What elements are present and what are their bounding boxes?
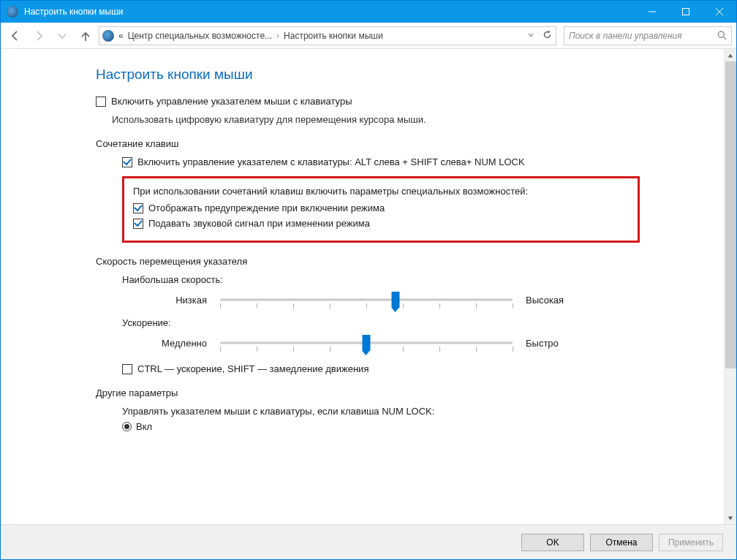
breadcrumb-item[interactable]: Центр специальных возможносте... (128, 31, 272, 41)
scroll-up-button[interactable] (725, 49, 736, 61)
top-speed-high-label: Высокая (526, 295, 589, 306)
enable-mouse-keys-checkbox[interactable] (96, 97, 106, 107)
maximize-button[interactable] (669, 1, 703, 23)
close-button[interactable] (703, 1, 736, 23)
top-speed-low-label: Низкая (144, 295, 207, 306)
up-button[interactable] (75, 26, 96, 46)
acceleration-slider[interactable] (220, 333, 513, 353)
ctrl-shift-modifier-checkbox[interactable] (122, 364, 132, 374)
forward-button[interactable] (29, 26, 49, 46)
search-placeholder: Поиск в панели управления (569, 31, 717, 41)
search-icon (717, 31, 727, 40)
acceleration-low-label: Медленно (144, 338, 207, 349)
play-sound-label: Подавать звуковой сигнал при изменении р… (148, 218, 370, 229)
shortcut-enable-checkbox[interactable] (122, 157, 132, 167)
minimize-button[interactable] (635, 1, 669, 23)
highlighted-box-description: При использовании сочетаний клавиш включ… (133, 186, 629, 197)
app-icon (7, 6, 18, 18)
apply-button[interactable]: Применить (659, 534, 723, 551)
scrollbar-thumb[interactable] (725, 61, 736, 368)
scroll-down-button[interactable] (725, 512, 736, 524)
group-other-label: Другие параметры (96, 387, 719, 398)
address-bar[interactable]: « Центр специальных возможносте... › Нас… (99, 26, 556, 45)
ok-button[interactable]: OK (521, 534, 584, 551)
vertical-scrollbar[interactable] (724, 49, 736, 524)
svg-marker-7 (728, 53, 733, 57)
svg-marker-8 (728, 516, 733, 520)
acceleration-high-label: Быстро (526, 338, 589, 349)
top-speed-label: Наибольшая скорость: (122, 274, 719, 285)
refresh-button[interactable] (541, 30, 553, 42)
acceleration-label: Ускорение: (122, 317, 719, 328)
breadcrumb-item[interactable]: Настроить кнопки мыши (284, 31, 383, 41)
top-speed-slider[interactable] (220, 290, 513, 310)
content-area: Настроить кнопки мыши Включить управлени… (1, 49, 736, 524)
back-button[interactable] (5, 26, 26, 46)
page-title: Настроить кнопки мыши (96, 67, 719, 83)
show-warning-label: Отображать предупреждение при включении … (148, 203, 385, 213)
window-titlebar: Настроить кнопки мыши (1, 1, 736, 23)
address-dropdown[interactable] (525, 31, 537, 41)
svg-point-5 (718, 31, 724, 37)
breadcrumb-prefix: « (118, 31, 124, 41)
svg-line-6 (724, 37, 726, 39)
show-warning-checkbox[interactable] (133, 203, 143, 213)
play-sound-checkbox[interactable] (133, 219, 143, 229)
group-shortcut-label: Сочетание клавиш (96, 138, 719, 149)
svg-rect-1 (683, 9, 689, 15)
recent-dropdown[interactable] (52, 26, 72, 46)
enable-mouse-keys-description: Использовать цифровую клавиатуру для пер… (112, 114, 719, 125)
group-speed-label: Скорость перемещения указателя (96, 256, 719, 267)
numlock-on-label: Вкл (136, 421, 152, 432)
numlock-on-radio[interactable] (122, 422, 132, 431)
navigation-bar: « Центр специальных возможносте... › Нас… (1, 23, 736, 49)
highlighted-options-box: При использовании сочетаний клавиш включ… (122, 176, 640, 243)
enable-mouse-keys-label: Включить управление указателем мыши с кл… (111, 96, 352, 107)
numlock-description: Управлять указателем мыши с клавиатуры, … (122, 406, 719, 417)
search-box[interactable]: Поиск в панели управления (564, 26, 732, 45)
window-title: Настроить кнопки мыши (24, 7, 635, 17)
dialog-footer: OK Отмена Применить (1, 524, 736, 559)
shortcut-enable-label: Включить управление указателем с клавиат… (137, 156, 525, 167)
cancel-button[interactable]: Отмена (590, 534, 653, 551)
control-panel-icon (102, 30, 114, 42)
ctrl-shift-modifier-label: CTRL — ускорение, SHIFT — замедление дви… (137, 363, 368, 374)
breadcrumb-separator: › (276, 31, 279, 41)
